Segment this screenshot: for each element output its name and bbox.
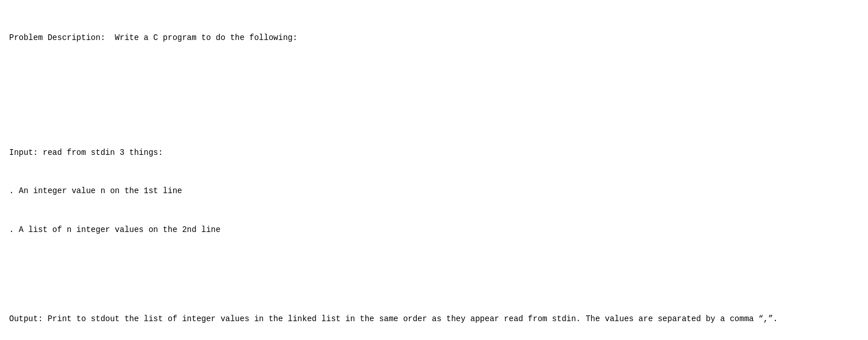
input-line-3: . A list of n integer values on the 2nd …	[9, 223, 859, 236]
output-section: Output: Print to stdout the list of inte…	[9, 313, 859, 325]
input-line-2: . An integer value n on the 1st line	[9, 185, 859, 197]
main-content: Problem Description: Write a C program t…	[9, 6, 859, 340]
input-section: Input: read from stdin 3 things: . An in…	[9, 121, 859, 262]
problem-description: Problem Description: Write a C program t…	[9, 31, 859, 44]
input-line-1: Input: read from stdin 3 things:	[9, 146, 859, 159]
